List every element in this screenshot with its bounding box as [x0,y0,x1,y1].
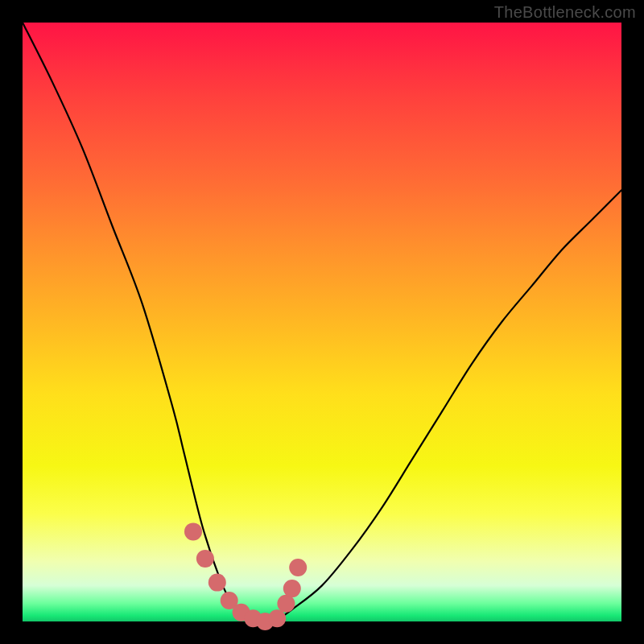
highlight-markers [184,522,307,630]
chart-svg [23,23,621,621]
marker-dot [196,550,214,568]
marker-dot [208,574,226,592]
marker-dot [268,609,286,627]
marker-dot [289,559,307,576]
marker-dot [283,580,301,597]
marker-dot [184,522,202,540]
chart-stage: TheBottleneck.com [0,0,644,644]
watermark-text: TheBottleneck.com [494,3,636,22]
bottleneck-curve-path [23,23,621,622]
plot-area [23,23,621,621]
